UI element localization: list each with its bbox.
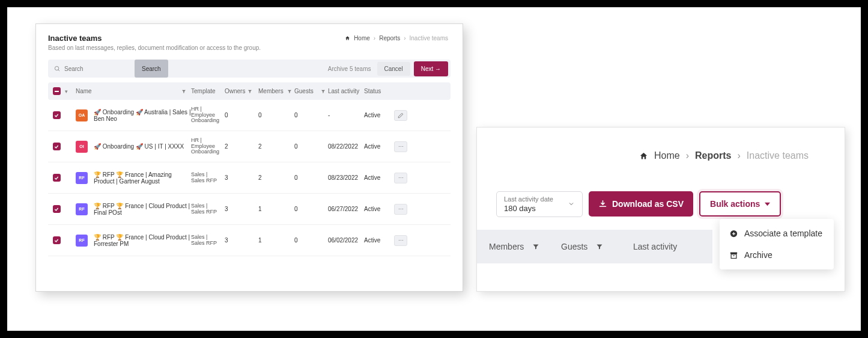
breadcrumb: Home › Reports › Inactive teams	[345, 35, 448, 41]
menu-item-associate-template[interactable]: Associate a template	[720, 223, 834, 244]
col-name-header[interactable]: Name	[76, 88, 92, 94]
chevron-right-icon: ›	[686, 150, 689, 161]
col-last-activity-header[interactable]: Last activity	[633, 242, 677, 251]
members-count: 0	[258, 112, 294, 118]
status-badge: Active	[364, 143, 394, 150]
more-button[interactable]: ⋯	[394, 204, 407, 215]
more-button[interactable]: ⋯	[394, 141, 407, 152]
guests-count: 0	[294, 112, 328, 118]
breadcrumb-home[interactable]: Home	[354, 35, 370, 41]
row-checkbox[interactable]	[53, 111, 61, 119]
members-count: 1	[258, 237, 294, 244]
col-guests-header[interactable]: Guests	[294, 88, 314, 94]
svg-rect-5	[731, 254, 736, 258]
col-status-header[interactable]: Status	[364, 88, 394, 94]
dropdown-label: Last activity date	[504, 195, 553, 204]
filter-icon[interactable]	[287, 89, 292, 94]
filter-icon[interactable]	[321, 89, 326, 94]
table-row: OA 🚀 Onboarding 🚀 Australia | Sales | Be…	[48, 100, 451, 131]
edit-button[interactable]	[394, 110, 407, 121]
row-checkbox[interactable]	[53, 174, 61, 182]
col-members-header[interactable]: Members	[489, 242, 524, 251]
bulk-actions-menu: Associate a template Archive	[720, 219, 834, 269]
filter-icon[interactable]	[532, 243, 539, 250]
breadcrumb-reports[interactable]: Reports	[379, 35, 400, 41]
breadcrumb: Home › Reports › Inactive teams	[639, 150, 809, 161]
owners-count: 3	[225, 174, 258, 181]
table-row: RF 🏆 RFP 🏆 France | Amazing Product | Ga…	[48, 162, 451, 194]
template-name: Sales | Sales RFP	[191, 172, 225, 184]
status-badge: Active	[364, 237, 394, 244]
col-owners-header[interactable]: Owners	[225, 88, 245, 94]
select-all-checkbox[interactable]	[53, 87, 61, 95]
col-template-header[interactable]: Template	[191, 88, 225, 94]
page-subtitle: Based on last messages, replies, documen…	[48, 45, 451, 51]
svg-point-0	[55, 66, 58, 70]
team-avatar: RF	[76, 235, 88, 247]
team-avatar: OA	[76, 109, 88, 121]
search-icon	[54, 66, 61, 72]
template-name: Sales | Sales RFP	[191, 203, 225, 215]
team-name[interactable]: 🚀 Onboarding 🚀 US | IT | XXXX	[94, 143, 184, 150]
dropdown-value: 180 days	[504, 204, 553, 213]
table-row: OI 🚀 Onboarding 🚀 US | IT | XXXX HR | Em…	[48, 131, 451, 162]
template-name: Sales | Sales RFP	[191, 235, 225, 247]
search-input[interactable]	[64, 66, 124, 72]
filter-icon[interactable]	[181, 89, 186, 94]
col-members-header[interactable]: Members	[258, 88, 284, 94]
col-guests-header[interactable]: Guests	[561, 242, 587, 251]
breadcrumb-reports[interactable]: Reports	[695, 150, 731, 161]
owners-count: 3	[225, 206, 258, 212]
plus-circle-icon	[729, 229, 738, 238]
table-row: RF 🏆 RFP 🏆 France | Cloud Product | Fina…	[48, 194, 451, 225]
more-button[interactable]: ⋯	[394, 173, 407, 183]
col-last-activity-header[interactable]: Last activity	[328, 88, 364, 94]
members-count: 1	[258, 206, 294, 212]
team-avatar: RF	[76, 172, 88, 184]
bulk-actions-button[interactable]: Bulk actions	[699, 191, 781, 217]
table-row: RF 🏆 RFP 🏆 France | Cloud Product | Forr…	[48, 225, 451, 256]
next-button[interactable]: Next →	[414, 61, 448, 76]
filter-icon[interactable]	[596, 243, 603, 250]
cancel-button[interactable]: Cancel	[377, 62, 410, 76]
team-name[interactable]: 🏆 RFP 🏆 France | Cloud Product | Final P…	[94, 203, 191, 216]
breadcrumb-current: Inactive teams	[410, 35, 448, 41]
svg-line-1	[58, 69, 59, 70]
team-avatar: RF	[76, 203, 88, 215]
archive-count-text: Archive 5 teams	[328, 66, 371, 72]
status-badge: Active	[364, 174, 394, 181]
row-checkbox[interactable]	[53, 205, 61, 213]
owners-count: 3	[225, 237, 258, 244]
last-activity: 06/27/2022	[328, 206, 364, 212]
team-name[interactable]: 🏆 RFP 🏆 France | Cloud Product | Forrest…	[94, 234, 191, 247]
download-icon	[598, 200, 607, 209]
row-checkbox[interactable]	[53, 143, 61, 150]
breadcrumb-home[interactable]: Home	[654, 150, 680, 161]
row-checkbox[interactable]	[53, 236, 61, 244]
template-name: HR | Employee Onboarding	[191, 138, 225, 156]
download-csv-button[interactable]: Download as CSV	[589, 191, 693, 217]
guests-count: 0	[294, 206, 328, 212]
table-header: Members Guests Last activity	[477, 230, 712, 263]
chevron-down-icon	[568, 200, 575, 207]
search-button[interactable]: Search	[135, 60, 168, 78]
more-button[interactable]: ⋯	[394, 235, 407, 246]
team-name[interactable]: 🚀 Onboarding 🚀 Australia | Sales | Ben N…	[94, 109, 191, 122]
home-icon	[639, 152, 648, 161]
toolbar: Search Archive 5 teams Cancel Next →	[48, 60, 451, 78]
owners-count: 0	[225, 112, 258, 118]
last-activity-dropdown[interactable]: Last activity date 180 days	[496, 191, 583, 217]
panel-bulk-actions: Home › Reports › Inactive teams Last act…	[477, 128, 845, 291]
members-count: 2	[258, 174, 294, 181]
guests-count: 0	[294, 143, 328, 150]
chevron-right-icon: ›	[404, 35, 405, 41]
menu-item-archive[interactable]: Archive	[720, 244, 834, 266]
breadcrumb-current: Inactive teams	[747, 150, 809, 161]
filter-icon[interactable]	[247, 89, 252, 94]
chevron-down-icon[interactable]: ▾	[65, 88, 73, 94]
chevron-right-icon: ›	[738, 150, 741, 161]
status-badge: Active	[364, 206, 394, 212]
last-activity: 08/23/2022	[328, 174, 364, 181]
owners-count: 2	[225, 143, 258, 150]
team-name[interactable]: 🏆 RFP 🏆 France | Amazing Product | Gartn…	[94, 171, 191, 185]
